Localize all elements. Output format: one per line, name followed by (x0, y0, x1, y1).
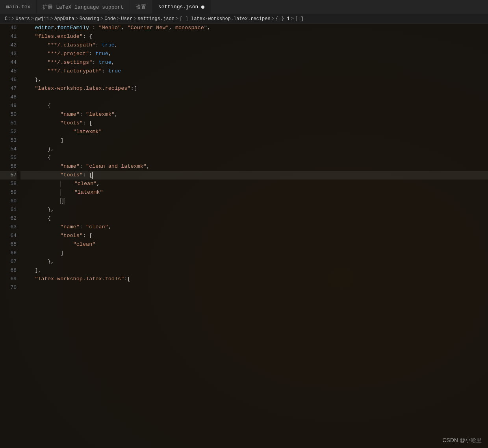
code-line-67: }, (20, 257, 488, 266)
tab-settings-json-label: settings.json (158, 4, 198, 10)
breadcrumb-code[interactable]: Code (104, 16, 116, 22)
breadcrumb-gwj11[interactable]: gwj11 (35, 16, 49, 22)
line-num-60: 60 (0, 197, 17, 205)
tab-settings-cn[interactable]: 设置 (130, 0, 152, 14)
code-line-56: "name": "clean and latexmk", (20, 162, 488, 171)
code-line-57: "tools": [ (20, 171, 488, 180)
line-num-69: 69 (0, 275, 17, 283)
code-line-47: "latex-workshop.latex.recipes":[ (20, 84, 488, 93)
unsaved-dot (201, 6, 204, 9)
code-content: editor.fontFamily : "Menlo", "Courier Ne… (20, 24, 488, 448)
line-num-67: 67 (0, 257, 17, 266)
code-line-64: "tools": [ (20, 231, 488, 240)
tab-settings-cn-label: 设置 (136, 4, 146, 11)
line-num-53: 53 (0, 136, 17, 145)
watermark: CSDN @小哈里 (442, 437, 482, 444)
code-line-61: }, (20, 205, 488, 214)
tab-latex-support[interactable]: 扩展 LaTeX language support (37, 0, 130, 14)
line-num-59: 59 (0, 188, 17, 197)
line-num-50: 50 (0, 110, 17, 119)
breadcrumb-obj1[interactable]: { } 1 (276, 16, 290, 22)
line-num-68: 68 (0, 266, 17, 275)
editor: 40 41 42 43 44 45 46 47 48 49 50 51 52 5… (0, 24, 488, 448)
code-text (22, 24, 35, 32)
code-line-60: ] (20, 197, 488, 205)
line-num-57: 57 (0, 171, 17, 180)
line-num-42: 42 (0, 41, 17, 50)
watermark-text: CSDN @小哈里 (442, 437, 482, 443)
code-line-44: "**/.settings": true, (20, 58, 488, 67)
line-num-47: 47 (0, 84, 17, 93)
line-num-70: 70 (0, 283, 17, 292)
breadcrumb-roaming[interactable]: Roaming (80, 16, 99, 22)
line-num-64: 64 (0, 231, 17, 240)
code-line-66: ] (20, 249, 488, 257)
line-numbers: 40 41 42 43 44 45 46 47 48 49 50 51 52 5… (0, 24, 20, 448)
code-line-65: "clean" (20, 240, 488, 249)
breadcrumb-user[interactable]: User (121, 16, 132, 22)
line-num-46: 46 (0, 76, 17, 84)
breadcrumb-appdata[interactable]: AppData (54, 16, 74, 22)
editor-inner: 40 41 42 43 44 45 46 47 48 49 50 51 52 5… (0, 24, 488, 448)
code-line-59: "latexmk" (20, 188, 488, 197)
code-line-53: ] (20, 136, 488, 145)
code-line-49: { (20, 102, 488, 110)
code-line-50: "name": "latexmk", (20, 110, 488, 119)
breadcrumb-arr[interactable]: [ ] (295, 16, 304, 22)
code-line-70 (20, 283, 488, 292)
breadcrumb-recipes[interactable]: [ ] latex-workshop.latex.recipes (180, 16, 270, 22)
tab-main-tex-label: main.tex (6, 4, 30, 10)
line-num-51: 51 (0, 119, 17, 128)
line-num-44: 44 (0, 58, 17, 67)
code-line-62: { (20, 214, 488, 223)
line-num-41: 41 (0, 32, 17, 41)
line-num-52: 52 (0, 128, 17, 136)
code-line-41: "files.exclude": { (20, 32, 488, 41)
code-line-63: "name": "clean", (20, 223, 488, 231)
breadcrumb-settings-json[interactable]: settings.json (137, 16, 174, 22)
line-num-45: 45 (0, 67, 17, 76)
tab-settings-json[interactable]: settings.json (152, 0, 211, 14)
code-line-69: "latex-workshop.latex.tools":[ (20, 275, 488, 283)
line-num-43: 43 (0, 50, 17, 58)
code-line-42: "**/.classpath": true, (20, 41, 488, 50)
line-num-63: 63 (0, 223, 17, 231)
code-line-54: }, (20, 145, 488, 154)
breadcrumb: C: > Users > gwj11 > AppData > Roaming >… (0, 14, 488, 24)
line-num-56: 56 (0, 162, 17, 171)
code-line-48 (20, 93, 488, 102)
code-line-43: "**/.project": true, (20, 50, 488, 58)
indent-guide (60, 189, 61, 196)
breadcrumb-c[interactable]: C: (5, 16, 10, 22)
code-line-46: }, (20, 76, 488, 84)
line-num-61: 61 (0, 205, 17, 214)
line-num-55: 55 (0, 154, 17, 162)
code-line-40: editor.fontFamily : "Menlo", "Courier Ne… (20, 24, 488, 32)
line-num-62: 62 (0, 214, 17, 223)
code-line-55: { (20, 154, 488, 162)
line-num-49: 49 (0, 102, 17, 110)
line-num-40: 40 (0, 24, 17, 32)
breadcrumb-users[interactable]: Users (16, 16, 30, 22)
tab-bar: main.tex 扩展 LaTeX language support 设置 se… (0, 0, 488, 14)
line-num-66: 66 (0, 249, 17, 257)
tab-main-tex[interactable]: main.tex (0, 0, 37, 14)
code-line-45: "**/.factorypath": true (20, 67, 488, 76)
line-num-54: 54 (0, 145, 17, 154)
bracket-highlight: ] (60, 198, 65, 204)
line-num-65: 65 (0, 240, 17, 249)
code-line-58: "clean", (20, 180, 488, 188)
code-line-51: "tools": [ (20, 119, 488, 128)
indent-guide (60, 181, 61, 187)
code-line-52: "latexmk" (20, 128, 488, 136)
tab-latex-support-label: 扩展 LaTeX language support (43, 4, 123, 11)
cursor (92, 172, 93, 179)
line-num-58: 58 (0, 180, 17, 188)
line-num-48: 48 (0, 93, 17, 102)
code-line-68: ], (20, 266, 488, 275)
